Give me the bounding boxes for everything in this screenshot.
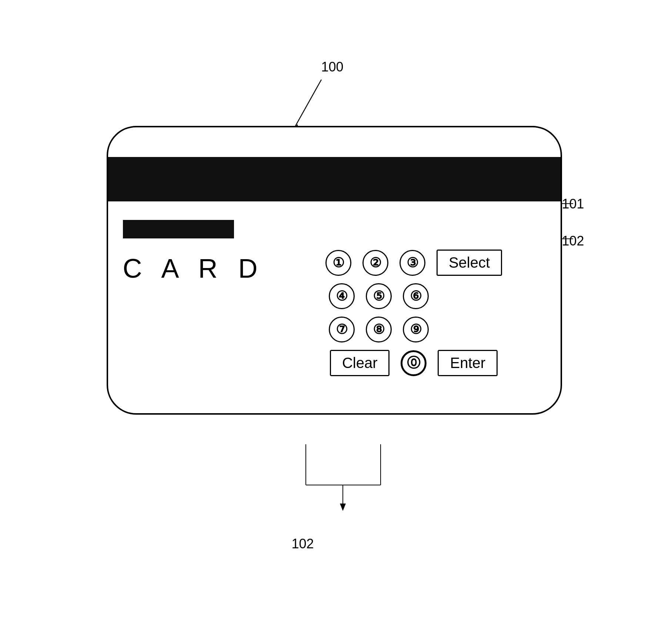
label-100: 100 (321, 59, 344, 75)
keypad-row-4: Clear ⓪ Enter (330, 350, 498, 376)
key-2[interactable]: ② (362, 250, 388, 276)
keypad-row-1: ① ② ③ Select (325, 250, 502, 276)
key-0[interactable]: ⓪ (401, 350, 427, 376)
key-6[interactable]: ⑥ (403, 283, 429, 309)
label-102-top: 102 (562, 233, 584, 249)
keypad-row-2: ④ ⑤ ⑥ (329, 283, 499, 309)
svg-line-0 (295, 80, 321, 126)
magnetic-stripe (108, 157, 561, 201)
label-102-bottom: 102 (292, 536, 314, 552)
card-left-section: C A R D (123, 216, 282, 406)
card-label: C A R D (123, 253, 264, 284)
key-3[interactable]: ③ (399, 250, 425, 276)
key-9[interactable]: ⑨ (403, 317, 429, 342)
clear-button[interactable]: Clear (330, 350, 390, 376)
signature-strip (123, 220, 234, 238)
key-8[interactable]: ⑧ (366, 317, 392, 342)
diagram-container: 100 101 102 C A R D ① ② ③ Select (77, 52, 595, 570)
key-4[interactable]: ④ (329, 283, 355, 309)
card-keypad: ① ② ③ Select ④ ⑤ ⑥ ⑦ ⑧ ⑨ (282, 216, 546, 406)
label-101: 101 (562, 196, 584, 212)
key-5[interactable]: ⑤ (366, 283, 392, 309)
card-body: C A R D ① ② ③ Select ④ ⑤ ⑥ (108, 209, 561, 413)
key-7[interactable]: ⑦ (329, 317, 355, 342)
card: C A R D ① ② ③ Select ④ ⑤ ⑥ (107, 126, 562, 415)
enter-button[interactable]: Enter (438, 350, 498, 376)
svg-marker-8 (340, 504, 346, 511)
keypad-row-3: ⑦ ⑧ ⑨ (329, 317, 499, 342)
select-button[interactable]: Select (437, 250, 502, 276)
key-1[interactable]: ① (325, 250, 351, 276)
